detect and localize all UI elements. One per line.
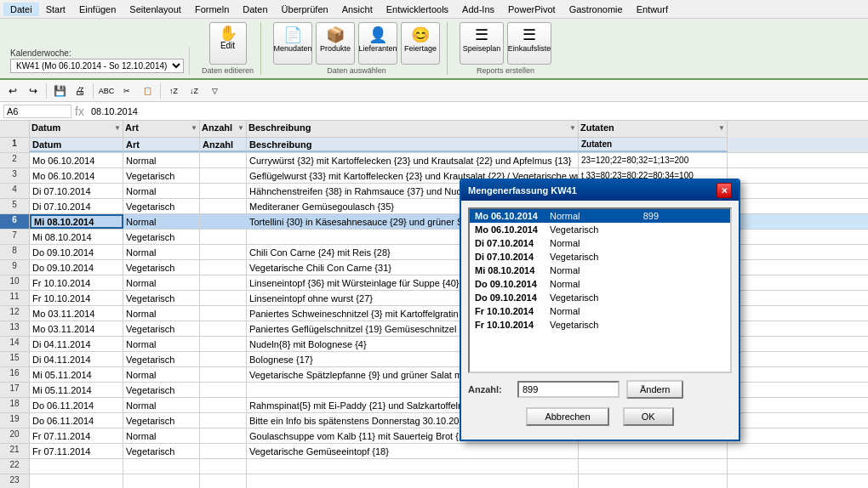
cell-art[interactable]: Vegetarisch [123, 199, 200, 213]
cell-art[interactable]: Normal [123, 428, 200, 443]
col-b-dropdown[interactable]: ▼ [191, 124, 197, 132]
feiertage-button[interactable]: 😊 Feiertage [401, 22, 440, 65]
toolbar-btn-1[interactable]: ↩ [3, 82, 22, 100]
menudaten-button[interactable]: 📄 Menudaten [273, 22, 312, 65]
cell-datum[interactable] [30, 459, 123, 474]
cell-art[interactable]: Normal [123, 214, 200, 229]
cell-datum[interactable]: Do 06.11.2014 [30, 413, 123, 428]
cell-anzahl[interactable] [200, 230, 247, 244]
cell-anzahl[interactable] [200, 474, 247, 488]
filter-button[interactable]: ▽ [205, 82, 224, 100]
edit-button[interactable]: ✋ Edit [209, 22, 247, 65]
list-item[interactable]: Fr 10.10.2014 Vegetarisch [470, 318, 730, 332]
cell-art[interactable]: Vegetarisch [123, 260, 200, 275]
cell-datum[interactable]: Fr 10.10.2014 [30, 275, 123, 290]
cell-zutaten[interactable] [579, 459, 728, 474]
cell-datum[interactable]: Mo 06.10.2014 [30, 168, 123, 183]
cell-art[interactable]: Vegetarisch [123, 168, 200, 183]
menu-formeln[interactable]: Formeln [188, 3, 236, 16]
ok-button[interactable]: OK [623, 407, 674, 426]
cell-anzahl[interactable] [200, 184, 247, 198]
col-a-dropdown[interactable]: ▼ [114, 124, 121, 132]
cell-art[interactable]: Normal [123, 367, 200, 382]
list-item[interactable]: Mi 08.10.2014 Normal [470, 264, 730, 277]
cell-zutaten[interactable] [579, 474, 728, 488]
anzahl-input[interactable] [517, 381, 620, 398]
list-item[interactable]: Di 07.10.2014 Vegetarisch [470, 250, 730, 264]
cell-art[interactable] [123, 459, 200, 474]
cell-art[interactable] [123, 474, 200, 488]
list-item[interactable]: Do 09.10.2014 Vegetarisch [470, 291, 730, 304]
cell-art[interactable]: Vegetarisch [123, 413, 200, 428]
speiseplan-button[interactable]: ☰ Speiseplan [460, 22, 504, 65]
list-item[interactable]: Di 07.10.2014 Normal [470, 236, 730, 250]
cell-art[interactable]: Vegetarisch [123, 321, 200, 336]
list-item[interactable]: Do 09.10.2014 Normal [470, 277, 730, 291]
col-header-a[interactable]: Datum ▼ [30, 121, 123, 138]
cell-anzahl[interactable] [200, 398, 247, 412]
cell-art[interactable]: Normal [123, 275, 200, 290]
cell-art[interactable]: Normal [123, 398, 200, 412]
cell-datum[interactable]: Fr 10.10.2014 [30, 291, 123, 305]
table-row[interactable]: 2 Mo 06.10.2014 Normal Currywürst {32} m… [0, 153, 868, 168]
menu-addins[interactable]: Add-Ins [455, 3, 501, 16]
cell-beschreibung[interactable]: Currywürst {32} mit Kartoffelecken {23} … [247, 153, 579, 167]
cell-art[interactable]: Normal [123, 153, 200, 167]
toolbar-btn-2[interactable]: ↪ [24, 82, 43, 100]
cell-art[interactable]: Vegetarisch [123, 291, 200, 305]
cell-datum[interactable]: Mi 05.11.2014 [30, 367, 123, 382]
cell-datum[interactable]: Mi 08.10.2014 [30, 230, 123, 244]
menu-ansicht[interactable]: Ansicht [335, 3, 380, 16]
table-row[interactable]: 22 [0, 459, 868, 474]
menu-start[interactable]: Start [39, 3, 72, 16]
cell-anzahl[interactable] [200, 444, 247, 458]
cell-datum[interactable]: Di 07.10.2014 [30, 184, 123, 198]
menu-einfuegen[interactable]: Einfügen [72, 3, 123, 16]
col-header-d[interactable]: Beschreibung ▼ [247, 121, 579, 138]
col-header-c[interactable]: Anzahl ▼ [200, 121, 247, 138]
kw-select[interactable]: KW41 (Mo 06.10.2014 - So 12.10.2014) [10, 59, 184, 73]
menu-entwicklertools[interactable]: Entwicklertools [380, 3, 455, 16]
cell-beschreibung[interactable] [247, 474, 579, 488]
menu-ueberpruefen[interactable]: Überprüfen [275, 3, 335, 16]
cell-anzahl[interactable] [200, 367, 247, 382]
cell-anzahl[interactable] [200, 214, 247, 229]
cell-datum[interactable] [30, 474, 123, 488]
toolbar-btn-6[interactable]: ✂ [117, 82, 136, 100]
cell-datum[interactable]: Mo 03.11.2014 [30, 321, 123, 336]
dialog-listbox[interactable]: Mo 06.10.2014 Normal 899 Mo 06.10.2014 V… [468, 207, 732, 373]
cell-anzahl[interactable] [200, 383, 247, 397]
col-e-dropdown[interactable]: ▼ [718, 124, 725, 132]
cell-anzahl[interactable] [200, 459, 247, 474]
cell-datum[interactable]: Fr 07.11.2014 [30, 428, 123, 443]
dialog-close-button[interactable]: ✕ [717, 183, 732, 198]
cell-anzahl[interactable] [200, 306, 247, 321]
cell-art[interactable]: Vegetarisch [123, 352, 200, 366]
menu-powerpivot[interactable]: PowerPivot [501, 3, 562, 16]
toolbar-btn-4[interactable]: 🖨 [71, 82, 89, 100]
menu-daten[interactable]: Daten [236, 3, 274, 16]
list-item[interactable]: Mo 06.10.2014 Normal 899 [470, 209, 730, 223]
cell-anzahl[interactable] [200, 260, 247, 275]
cell-datum[interactable]: Di 07.10.2014 [30, 199, 123, 213]
produkte-button[interactable]: 📦 Produkte [316, 22, 355, 65]
cell-datum[interactable]: Do 06.11.2014 [30, 398, 123, 412]
cell-beschreibung[interactable] [247, 459, 579, 474]
cell-art[interactable]: Normal [123, 184, 200, 198]
cell-art[interactable]: Normal [123, 337, 200, 351]
sort-za-button[interactable]: ↓Z [185, 82, 203, 100]
cell-zutaten[interactable]: 23=120;22=80;32=1;13=200 [579, 153, 728, 167]
cell-anzahl[interactable] [200, 168, 247, 183]
cell-reference[interactable] [3, 105, 71, 118]
menu-entwurf[interactable]: Entwurf [630, 3, 675, 16]
abbrechen-button[interactable]: Abbrechen [526, 407, 608, 426]
sort-az-button[interactable]: ↑Z [164, 82, 183, 100]
cell-datum[interactable]: Do 09.10.2014 [30, 245, 123, 259]
col-d-dropdown[interactable]: ▼ [569, 124, 576, 132]
cell-anzahl[interactable] [200, 153, 247, 167]
lieferanten-button[interactable]: 👤 Lieferanten [358, 22, 397, 65]
menu-gastronomie[interactable]: Gastronomie [562, 3, 630, 16]
cell-anzahl[interactable] [200, 245, 247, 259]
cell-anzahl[interactable] [200, 321, 247, 336]
einkaufsliste-button[interactable]: ☰ Einkaufsliste [507, 22, 551, 65]
